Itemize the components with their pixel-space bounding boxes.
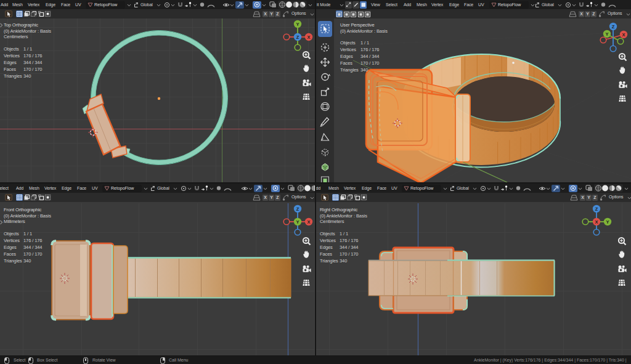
svg-text:X: X	[307, 219, 310, 225]
svg-text:Y: Y	[606, 219, 609, 225]
svg-text:Z: Z	[595, 206, 598, 212]
svg-text:X: X	[595, 219, 598, 225]
svg-text:Z: Z	[612, 24, 615, 30]
svg-text:Y: Y	[296, 219, 299, 225]
svg-text:X: X	[622, 32, 625, 38]
svg-text:X: X	[307, 34, 310, 40]
svg-text:Z: Z	[296, 206, 299, 212]
svg-text:Y: Y	[296, 22, 299, 27]
svg-text:Y: Y	[605, 31, 608, 37]
svg-text:Z: Z	[296, 34, 299, 40]
